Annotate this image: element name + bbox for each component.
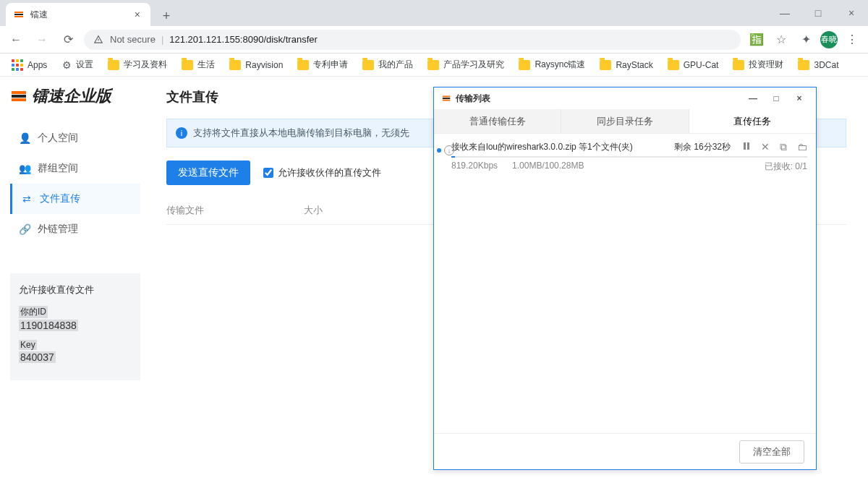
bookmark-label: 生活 <box>197 59 215 71</box>
window-maximize-button[interactable]: □ <box>801 0 835 26</box>
translate-icon[interactable]: 🈯 <box>746 30 767 50</box>
active-dot-icon <box>437 148 441 153</box>
apps-icon <box>12 59 23 71</box>
bookmark-folder[interactable]: 3DCat <box>792 57 844 73</box>
bookmark-folder[interactable]: RayStack <box>594 57 658 73</box>
bookmark-folder[interactable]: 专利申请 <box>292 56 354 74</box>
key-label: Key <box>19 340 37 350</box>
bookmark-folder[interactable]: 投资理财 <box>727 56 789 74</box>
tab-favicon <box>13 9 25 20</box>
bookmark-label: Rayvision <box>245 60 283 70</box>
folder-icon <box>427 60 439 70</box>
nav-back-button[interactable]: ← <box>6 30 26 50</box>
bookmark-settings[interactable]: ⚙ 设置 <box>56 56 99 74</box>
nav-forward-button[interactable]: → <box>32 30 52 50</box>
bookmark-folder[interactable]: GPU-Cat <box>662 57 725 73</box>
task-folder-button[interactable]: 🗀 <box>797 141 807 153</box>
task-progress-text: 1.00MB/100.28MB <box>512 161 584 173</box>
folder-icon <box>229 60 241 70</box>
popup-favicon <box>441 93 451 103</box>
folder-icon <box>182 60 193 70</box>
task-cancel-button[interactable]: ✕ <box>761 141 770 153</box>
tab-title: 镭速 <box>30 9 132 21</box>
window-minimize-button[interactable]: — <box>768 0 801 26</box>
apps-label: Apps <box>27 60 47 70</box>
folder-icon <box>297 60 309 70</box>
kebab-menu-icon[interactable]: ⋮ <box>842 30 862 50</box>
svg-rect-0 <box>744 142 746 150</box>
profile-avatar[interactable]: 春晓 <box>820 31 838 48</box>
folder-icon <box>362 60 374 70</box>
popup-minimize-button[interactable]: — <box>744 93 762 103</box>
tab-normal[interactable]: 普通传输任务 <box>434 109 561 133</box>
allow-receive-checkbox[interactable] <box>263 168 273 178</box>
popup-close-button[interactable]: × <box>790 93 809 103</box>
clear-all-button[interactable]: 清空全部 <box>739 440 804 463</box>
allow-receive-toggle[interactable]: 允许接收伙伴的直传文件 <box>263 166 381 179</box>
task-progress <box>451 156 807 158</box>
tab-sync[interactable]: 同步目录任务 <box>561 109 689 133</box>
address-bar: ← → ⟳ Not secure | 121.201.121.155:8090/… <box>0 26 868 54</box>
logo-text: 镭速企业版 <box>32 85 111 107</box>
link-icon: 🔗 <box>19 223 30 235</box>
folder-icon <box>733 60 744 70</box>
bookmark-label: 投资理财 <box>749 59 783 71</box>
download-icon: ↓ <box>444 145 454 155</box>
nav-direct-transfer[interactable]: ⇄ 文件直传 <box>10 184 140 214</box>
col-file: 传输文件 <box>166 204 304 217</box>
task-remaining: 剩余 16分32秒 <box>674 141 731 153</box>
bookmark-folder[interactable]: Raysync镭速 <box>513 56 591 74</box>
window-controls: — □ × <box>768 0 868 26</box>
not-secure-label: Not secure <box>110 34 156 45</box>
folder-icon <box>668 60 679 70</box>
app-logo[interactable]: 镭速企业版 <box>10 85 111 107</box>
bookmark-folder[interactable]: Rayvision <box>224 57 289 73</box>
task-description: 接收来自lou的wireshark3.0.0.zip 等1个文件(夹) <box>451 141 633 153</box>
allow-receive-label: 允许接收伙伴的直传文件 <box>278 166 381 179</box>
nav-link-manage[interactable]: 🔗 外链管理 <box>10 214 140 244</box>
nav-label: 群组空间 <box>38 162 78 175</box>
window-close-button[interactable]: × <box>835 0 868 26</box>
id-label: 你的ID <box>19 306 48 318</box>
url-box[interactable]: Not secure | 121.201.121.155:8090/disk/t… <box>84 30 741 50</box>
popup-maximize-button[interactable]: □ <box>767 93 786 103</box>
bookmark-label: 专利申请 <box>313 59 348 71</box>
info-icon: i <box>176 127 187 139</box>
task-pause-button[interactable] <box>742 141 751 153</box>
send-file-button[interactable]: 发送直传文件 <box>166 161 250 185</box>
extensions-icon[interactable]: ✦ <box>796 30 816 50</box>
bookmark-folder[interactable]: 生活 <box>176 56 221 74</box>
popup-titlebar: 传输列表 — □ × <box>434 87 816 109</box>
nav-personal-space[interactable]: 👤 个人空间 <box>10 123 140 153</box>
folder-icon <box>108 60 119 70</box>
bookmark-label: 设置 <box>76 59 93 71</box>
tab-close-icon[interactable]: × <box>132 9 143 20</box>
new-tab-button[interactable]: + <box>156 6 176 26</box>
key-value: 840037 <box>19 351 56 363</box>
nav-label: 外链管理 <box>38 223 78 236</box>
receive-card: 允许接收直传文件 你的ID 1190184838 Key 840037 <box>10 273 140 380</box>
task-speed: 819.20Kbps <box>451 161 498 173</box>
titlebar: 镭速 × + — □ × <box>0 0 868 26</box>
card-title: 允许接收直传文件 <box>19 283 132 296</box>
folder-icon <box>798 60 809 70</box>
bookmark-folder[interactable]: 产品学习及研究 <box>422 56 510 74</box>
nav-reload-button[interactable]: ⟳ <box>58 30 78 50</box>
tab-direct[interactable]: 直传任务 <box>689 109 816 133</box>
url-text: 121.201.121.155:8090/disk/transfer <box>169 34 318 45</box>
nav-group-space[interactable]: 👥 群组空间 <box>10 153 140 184</box>
bookmark-folder[interactable]: 学习及资料 <box>102 56 173 74</box>
task-received: 已接收: 0/1 <box>765 161 807 173</box>
folder-icon <box>600 60 611 70</box>
not-secure-icon <box>93 34 104 46</box>
bookmark-label: Raysync镭速 <box>535 59 585 71</box>
notice-text: 支持将文件直接从本地电脑传输到目标电脑，无须先 <box>193 127 409 140</box>
apps-shortcut[interactable]: Apps <box>6 56 53 74</box>
side-nav: 👤 个人空间 👥 群组空间 ⇄ 文件直传 🔗 外链管理 <box>10 123 140 244</box>
bookmark-star-icon[interactable]: ☆ <box>771 30 791 50</box>
bookmark-folder[interactable]: 我的产品 <box>357 56 419 74</box>
bookmark-label: 3DCat <box>814 60 838 70</box>
browser-tab[interactable]: 镭速 × <box>6 3 150 26</box>
gear-icon: ⚙ <box>61 60 72 70</box>
task-copy-button[interactable]: ⧉ <box>780 141 787 153</box>
